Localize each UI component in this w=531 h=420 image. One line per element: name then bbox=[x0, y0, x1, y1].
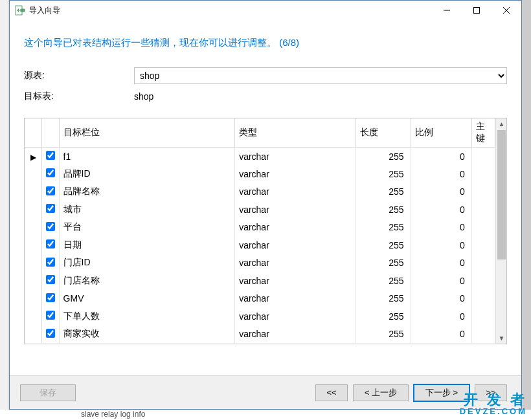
cell-name[interactable]: GMV bbox=[59, 290, 235, 308]
cell-scale[interactable]: 0 bbox=[411, 307, 471, 326]
cell-type[interactable]: varchar bbox=[235, 307, 356, 326]
table-row[interactable]: 品牌名称varchar2550 bbox=[25, 183, 495, 201]
cell-scale[interactable]: 0 bbox=[411, 272, 471, 290]
row-checkbox[interactable] bbox=[46, 151, 55, 160]
table-row[interactable]: 平台varchar2550 bbox=[25, 219, 495, 237]
row-checkbox[interactable] bbox=[46, 311, 55, 320]
cell-scale[interactable]: 0 bbox=[411, 148, 471, 166]
cell-type[interactable]: varchar bbox=[235, 219, 356, 237]
cell-name[interactable]: 门店ID bbox=[59, 254, 235, 272]
cell-length[interactable]: 255 bbox=[356, 272, 411, 290]
cell-pk[interactable] bbox=[471, 326, 495, 344]
form-area: 源表: shop 目标表: shop bbox=[10, 67, 521, 115]
col-target-field[interactable]: 目标栏位 bbox=[59, 118, 235, 148]
cell-length[interactable]: 255 bbox=[356, 183, 411, 201]
cell-type[interactable]: varchar bbox=[235, 183, 356, 201]
cell-name[interactable]: 日期 bbox=[59, 236, 235, 254]
row-checkbox[interactable] bbox=[46, 204, 55, 213]
cell-type[interactable]: varchar bbox=[235, 165, 356, 183]
cell-length[interactable]: 255 bbox=[356, 201, 411, 219]
cell-name[interactable]: 平台 bbox=[59, 219, 235, 237]
cell-length[interactable]: 255 bbox=[356, 236, 411, 254]
cell-name[interactable]: 品牌ID bbox=[59, 165, 235, 183]
cell-pk[interactable] bbox=[471, 219, 495, 237]
cell-type[interactable]: varchar bbox=[235, 326, 356, 344]
cell-type[interactable]: varchar bbox=[235, 290, 356, 308]
cell-length[interactable]: 255 bbox=[356, 326, 411, 344]
cell-pk[interactable] bbox=[471, 290, 495, 308]
table-row[interactable]: GMVvarchar2550 bbox=[25, 290, 495, 308]
next-button[interactable]: 下一步 > bbox=[414, 384, 469, 401]
cell-scale[interactable]: 0 bbox=[411, 290, 471, 308]
cell-length[interactable]: 255 bbox=[356, 254, 411, 272]
row-checkbox[interactable] bbox=[46, 293, 55, 302]
cell-pk[interactable] bbox=[471, 272, 495, 290]
col-pk[interactable]: 主键 bbox=[471, 118, 495, 148]
cell-scale[interactable]: 0 bbox=[411, 219, 471, 237]
vertical-scrollbar[interactable]: ▲ ▼ bbox=[495, 118, 506, 344]
table-row[interactable]: 商家实收varchar2550 bbox=[25, 326, 495, 344]
cell-name[interactable]: 下单人数 bbox=[59, 307, 235, 326]
col-length[interactable]: 长度 bbox=[356, 118, 411, 148]
cell-type[interactable]: varchar bbox=[235, 236, 356, 254]
scroll-up-icon[interactable]: ▲ bbox=[496, 118, 507, 129]
cell-scale[interactable]: 0 bbox=[411, 201, 471, 219]
table-row[interactable]: 门店名称varchar2550 bbox=[25, 272, 495, 290]
row-checkbox[interactable] bbox=[46, 275, 55, 284]
source-table-select[interactable]: shop bbox=[134, 67, 507, 84]
cell-pk[interactable] bbox=[471, 236, 495, 254]
row-checkbox[interactable] bbox=[46, 168, 55, 177]
cell-pk[interactable] bbox=[471, 165, 495, 183]
cell-pk[interactable] bbox=[471, 254, 495, 272]
row-checkbox[interactable] bbox=[46, 239, 55, 249]
scroll-thumb[interactable] bbox=[497, 130, 506, 260]
table-row[interactable]: 城市varchar2550 bbox=[25, 201, 495, 219]
cell-pk[interactable] bbox=[471, 201, 495, 219]
cell-name[interactable]: 城市 bbox=[59, 201, 235, 219]
cell-scale[interactable]: 0 bbox=[411, 236, 471, 254]
row-checkbox[interactable] bbox=[46, 258, 55, 267]
cell-type[interactable]: varchar bbox=[235, 272, 356, 290]
cell-pk[interactable] bbox=[471, 183, 495, 201]
close-button[interactable] bbox=[491, 1, 521, 20]
maximize-button[interactable] bbox=[462, 1, 491, 20]
cell-scale[interactable]: 0 bbox=[411, 326, 471, 344]
row-marker bbox=[25, 236, 42, 254]
cell-name[interactable]: f1 bbox=[59, 148, 235, 166]
cell-scale[interactable]: 0 bbox=[411, 254, 471, 272]
row-checkbox[interactable] bbox=[46, 329, 55, 338]
cell-pk[interactable] bbox=[471, 148, 495, 166]
table-row[interactable]: ▶f1varchar2550 bbox=[25, 148, 495, 166]
cell-type[interactable]: varchar bbox=[235, 254, 356, 272]
col-scale[interactable]: 比例 bbox=[411, 118, 471, 148]
cell-length[interactable]: 255 bbox=[356, 148, 411, 166]
col-type[interactable]: 类型 bbox=[235, 118, 356, 148]
cell-name[interactable]: 商家实收 bbox=[59, 326, 235, 344]
cell-scale[interactable]: 0 bbox=[411, 183, 471, 201]
table-row[interactable]: 下单人数varchar2550 bbox=[25, 307, 495, 326]
cell-length[interactable]: 255 bbox=[356, 307, 411, 326]
save-button[interactable]: 保存 bbox=[20, 384, 76, 401]
first-button[interactable]: << bbox=[315, 384, 348, 401]
cell-name[interactable]: 门店名称 bbox=[59, 272, 235, 290]
table-row[interactable]: 日期varchar2550 bbox=[25, 236, 495, 254]
back-button[interactable]: < 上一步 bbox=[353, 384, 409, 401]
cell-type[interactable]: varchar bbox=[235, 148, 356, 166]
row-checkbox[interactable] bbox=[46, 186, 55, 195]
row-checkbox[interactable] bbox=[46, 222, 55, 231]
cell-length[interactable]: 255 bbox=[356, 165, 411, 183]
cell-name[interactable]: 品牌名称 bbox=[59, 183, 235, 201]
svg-rect-1 bbox=[474, 8, 480, 14]
cell-pk[interactable] bbox=[471, 307, 495, 326]
cell-scale[interactable]: 0 bbox=[411, 165, 471, 183]
scroll-down-icon[interactable]: ▼ bbox=[496, 333, 507, 344]
cell-length[interactable]: 255 bbox=[356, 290, 411, 308]
table-row[interactable]: 品牌IDvarchar2550 bbox=[25, 165, 495, 183]
window-title: 导入向导 bbox=[29, 5, 432, 16]
cell-length[interactable]: 255 bbox=[356, 219, 411, 237]
table-row[interactable]: 门店IDvarchar2550 bbox=[25, 254, 495, 272]
cell-type[interactable]: varchar bbox=[235, 201, 356, 219]
minimize-button[interactable] bbox=[432, 1, 462, 20]
last-button[interactable]: >> bbox=[475, 384, 507, 401]
row-marker bbox=[25, 272, 42, 290]
